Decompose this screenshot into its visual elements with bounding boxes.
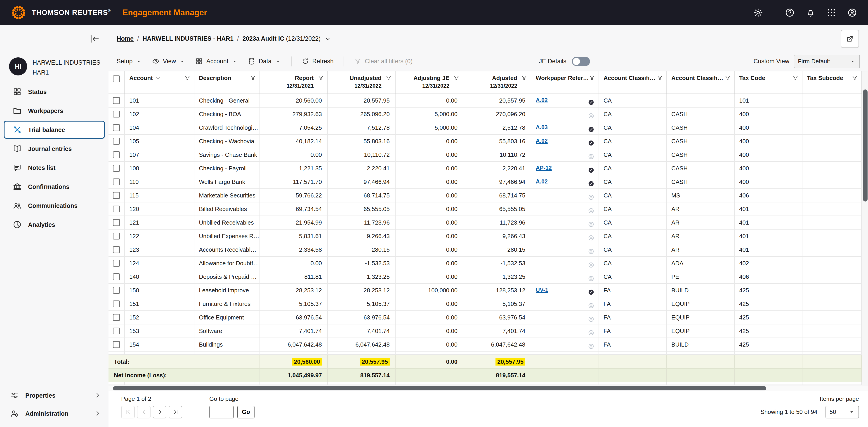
attachment-indicator-icon[interactable] bbox=[588, 192, 594, 199]
sidebar-item-analytics[interactable]: Analytics bbox=[4, 216, 105, 234]
row-checkbox[interactable] bbox=[113, 165, 120, 171]
table-row-account-153[interactable]: 153Software7,401.747,401.740.007,401.74F… bbox=[108, 324, 862, 338]
table-row-account-154[interactable]: 154Buildings6,047,642.486,047,642.480.00… bbox=[108, 338, 862, 351]
table-row-account-152[interactable]: 152Office Equipment63,976.5463,976.540.0… bbox=[108, 310, 862, 324]
table-row-account-107[interactable]: 107Savings - Chase Bank0.0010,110.720.00… bbox=[108, 148, 862, 162]
row-checkbox[interactable] bbox=[113, 178, 120, 185]
table-row-account-151[interactable]: 151Furniture & Fixtures5,105.375,105.370… bbox=[108, 297, 862, 310]
row-checkbox[interactable] bbox=[113, 246, 120, 253]
table-row-account-104[interactable]: 104Crawford Technologi…7,054.257,512.78-… bbox=[108, 121, 862, 134]
row-checkbox[interactable] bbox=[113, 219, 120, 226]
app-launcher-icon[interactable] bbox=[827, 8, 836, 18]
attachment-indicator-icon[interactable] bbox=[588, 327, 594, 334]
filter-icon[interactable] bbox=[317, 74, 324, 81]
settings-icon[interactable] bbox=[753, 8, 763, 18]
items-per-page-select[interactable]: 50 bbox=[826, 405, 859, 418]
column-header-account[interactable]: Account bbox=[125, 71, 194, 93]
filter-icon[interactable] bbox=[521, 74, 528, 81]
vertical-scrollbar-thumb[interactable] bbox=[863, 89, 868, 201]
attachment-indicator-icon[interactable] bbox=[588, 260, 594, 266]
go-button[interactable]: Go bbox=[237, 405, 254, 418]
signoff-indicator-icon[interactable] bbox=[588, 97, 594, 104]
setup-menu-button[interactable]: Setup bbox=[117, 58, 142, 65]
filter-icon[interactable] bbox=[589, 74, 595, 81]
select-all-checkbox[interactable] bbox=[113, 75, 120, 82]
workpaper-reference-link[interactable]: A.03 bbox=[536, 121, 548, 134]
attachment-indicator-icon[interactable] bbox=[588, 314, 594, 321]
sidebar-item-communications[interactable]: Communications bbox=[4, 197, 105, 215]
signoff-indicator-icon[interactable] bbox=[588, 138, 594, 144]
column-header-tax-subcode[interactable]: Tax Subcode bbox=[802, 71, 862, 93]
row-checkbox[interactable] bbox=[113, 341, 120, 348]
workpaper-reference-link[interactable]: A.02 bbox=[536, 134, 548, 147]
table-row-account-150[interactable]: 150Leasehold Improve…28,253.1228,253.121… bbox=[108, 284, 862, 297]
open-in-new-window-button[interactable] bbox=[841, 30, 859, 48]
row-checkbox[interactable] bbox=[113, 192, 120, 199]
attachment-indicator-icon[interactable] bbox=[588, 300, 594, 307]
workpaper-reference-link[interactable]: A.02 bbox=[536, 94, 548, 107]
table-row-account-101[interactable]: 101Checking - General20,560.0020,557.950… bbox=[108, 94, 862, 107]
horizontal-scrollbar[interactable] bbox=[108, 385, 868, 391]
sidebar-item-workpapers[interactable]: Workpapers bbox=[4, 102, 105, 120]
column-header-report[interactable]: Report12/31/2021 bbox=[260, 71, 328, 93]
sidebar-item-journal-entries[interactable]: Journal entries bbox=[4, 140, 105, 158]
row-checkbox[interactable] bbox=[113, 97, 120, 104]
signoff-indicator-icon[interactable] bbox=[588, 178, 594, 185]
next-page-button[interactable] bbox=[153, 405, 166, 418]
row-checkbox[interactable] bbox=[113, 314, 120, 321]
row-checkbox[interactable] bbox=[113, 260, 120, 266]
attachment-indicator-icon[interactable] bbox=[588, 341, 594, 348]
filter-icon[interactable] bbox=[385, 74, 392, 81]
je-details-toggle[interactable] bbox=[572, 57, 590, 66]
sidebar-item-properties[interactable]: Properties bbox=[0, 386, 108, 404]
column-header-workpaper-refer[interactable]: Workpaper Refer… bbox=[531, 71, 599, 93]
filter-icon[interactable] bbox=[724, 74, 731, 81]
workpaper-reference-link[interactable]: A.02 bbox=[536, 175, 548, 188]
sidebar-item-status[interactable]: Status bbox=[4, 83, 105, 101]
filter-icon[interactable] bbox=[656, 74, 663, 81]
row-checkbox[interactable] bbox=[113, 232, 120, 239]
filter-icon[interactable] bbox=[792, 74, 799, 81]
table-row-account-140[interactable]: 140Deposits & Prepaid …811.811,323.250.0… bbox=[108, 270, 862, 284]
horizontal-scrollbar-thumb[interactable] bbox=[113, 386, 766, 390]
account-icon[interactable] bbox=[847, 8, 857, 18]
attachment-indicator-icon[interactable] bbox=[588, 110, 594, 117]
table-row-account-124[interactable]: 124Allowance for Doubtf…0.00-1,532.530.0… bbox=[108, 256, 862, 270]
attachment-indicator-icon[interactable] bbox=[588, 232, 594, 239]
attachment-indicator-icon[interactable] bbox=[588, 219, 594, 226]
collapse-sidebar-icon[interactable] bbox=[89, 33, 100, 44]
table-row-account-120[interactable]: 120Billed Receivables69,734.5465,555.050… bbox=[108, 202, 862, 216]
sidebar-item-administration[interactable]: Administration bbox=[0, 404, 108, 423]
sidebar-item-notes-list[interactable]: Notes list bbox=[4, 159, 105, 177]
notifications-icon[interactable] bbox=[806, 8, 815, 18]
filter-icon[interactable] bbox=[184, 74, 191, 81]
table-row-account-108[interactable]: 108Checking - Payroll1,221.352,220.410.0… bbox=[108, 162, 862, 175]
refresh-button[interactable]: Refresh bbox=[301, 58, 334, 65]
column-header-adjusting-je[interactable]: Adjusting JE12/31/2022 bbox=[396, 71, 463, 93]
column-header-account-classifi[interactable]: Account Classifi… bbox=[599, 71, 667, 93]
filter-icon[interactable] bbox=[453, 74, 460, 81]
signoff-indicator-icon[interactable] bbox=[588, 124, 594, 131]
column-header-description[interactable]: Description bbox=[194, 71, 260, 93]
workpaper-reference-link[interactable]: UV-1 bbox=[536, 284, 548, 297]
breadcrumb-client[interactable]: HARWELL INDUSTRIES - HAR1 bbox=[143, 35, 234, 42]
column-header-tax-code[interactable]: Tax Code bbox=[735, 71, 802, 93]
goto-page-input[interactable] bbox=[209, 405, 234, 418]
table-row-account-110[interactable]: 110Wells Fargo Bank117,571.7097,466.940.… bbox=[108, 175, 862, 189]
row-checkbox[interactable] bbox=[113, 110, 120, 117]
sidebar-item-confirmations[interactable]: Confirmations bbox=[4, 177, 105, 196]
row-checkbox[interactable] bbox=[113, 151, 120, 158]
attachment-indicator-icon[interactable] bbox=[588, 205, 594, 212]
first-page-button[interactable] bbox=[121, 405, 135, 418]
chevron-down-icon[interactable] bbox=[324, 35, 331, 42]
row-checkbox[interactable] bbox=[113, 124, 120, 131]
table-row-account-123[interactable]: 123Accounts Receivabl…2,334.58280.150.00… bbox=[108, 243, 862, 256]
vertical-scrollbar[interactable] bbox=[862, 71, 868, 385]
row-checkbox[interactable] bbox=[113, 273, 120, 280]
table-row-account-121[interactable]: 121Unbilled Receivables21,954.9911,723.9… bbox=[108, 216, 862, 229]
row-checkbox[interactable] bbox=[113, 205, 120, 212]
table-row-account-105[interactable]: 105Checking - Wachovia40,182.1455,803.16… bbox=[108, 134, 862, 148]
signoff-indicator-icon[interactable] bbox=[588, 287, 594, 293]
workpaper-reference-link[interactable]: AP-12 bbox=[536, 162, 552, 175]
breadcrumb-engagement[interactable]: 2023a Audit IC (12/31/2022) bbox=[243, 35, 321, 42]
